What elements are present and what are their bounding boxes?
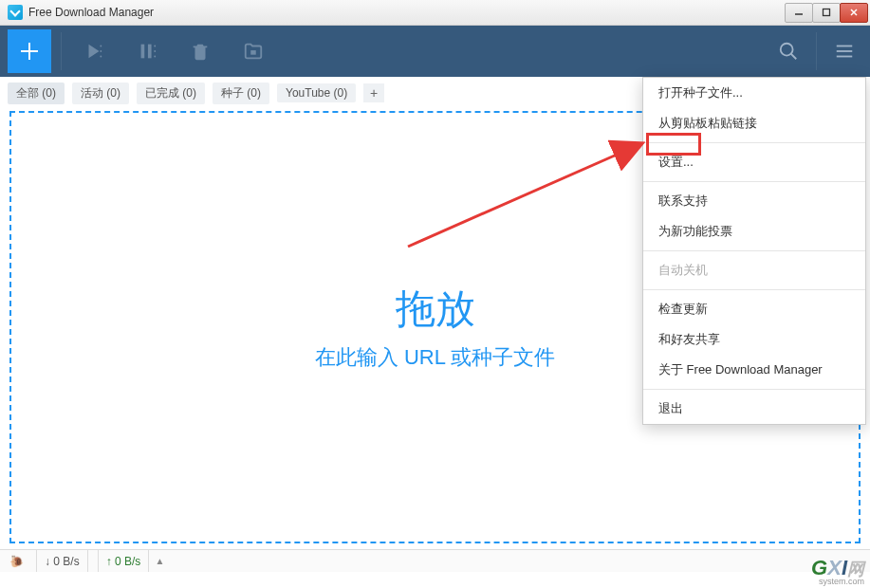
delete-button[interactable] [174,29,227,73]
search-button[interactable] [767,29,810,73]
pause-button[interactable] [120,29,174,73]
maximize-button[interactable] [812,3,841,23]
window-controls [786,3,868,23]
menu-separator [643,142,865,143]
svg-rect-7 [141,45,145,59]
menu-contact[interactable]: 联系支持 [643,186,865,216]
menu-check-update[interactable]: 检查更新 [643,294,865,324]
svg-line-14 [791,54,797,60]
snail-icon[interactable]: 🐌 [6,555,27,568]
tab-youtube[interactable]: YouTube (0) [277,83,356,102]
menu-auto-shutdown: 自动关机 [643,255,865,285]
toolbar [0,26,870,77]
svg-point-5 [100,50,102,52]
tab-active[interactable]: 活动 (0) [72,83,129,104]
statusbar: 🐌 ↓ 0 B/s ↑ 0 B/s ▲ [0,549,870,572]
tab-done[interactable]: 已完成 (0) [137,83,205,104]
upload-speed: ↑ 0 B/s [98,550,150,572]
window-title: Free Download Manager [28,6,154,19]
svg-rect-12 [250,50,256,55]
drop-title: 拖放 [396,283,475,336]
menu-separator [643,289,865,290]
minimize-button[interactable] [785,3,813,23]
svg-point-6 [100,56,102,58]
menu-exit[interactable]: 退出 [643,394,865,424]
main-menu: 打开种子文件... 从剪贴板粘贴链接 设置... 联系支持 为新功能投票 自动关… [642,77,866,425]
menu-about[interactable]: 关于 Free Download Manager [643,355,865,385]
menu-settings[interactable]: 设置... [643,147,865,177]
titlebar: Free Download Manager [0,0,870,26]
download-speed: ↓ 0 B/s [36,550,88,572]
chevron-up-icon[interactable]: ▲ [155,556,164,566]
add-button[interactable] [8,29,51,73]
app-icon [8,5,23,20]
svg-rect-1 [824,9,830,16]
menu-button[interactable] [823,29,866,73]
tab-seed[interactable]: 种子 (0) [213,83,269,104]
menu-open-seed[interactable]: 打开种子文件... [643,78,865,108]
svg-point-9 [154,46,156,47]
svg-rect-8 [148,45,152,59]
play-button[interactable] [67,29,120,73]
menu-vote[interactable]: 为新功能投票 [643,216,865,247]
close-button[interactable] [840,3,868,23]
watermark: GXI网 system.com [811,556,864,586]
menu-separator [643,250,865,251]
add-tab-button[interactable]: + [363,83,384,102]
tab-all[interactable]: 全部 (0) [8,83,65,104]
menu-paste-clipboard[interactable]: 从剪贴板粘贴链接 [643,108,865,138]
svg-point-13 [781,44,793,56]
menu-separator [643,389,865,390]
separator [61,32,62,70]
drop-subtitle: 在此输入 URL 或种子文件 [315,343,555,372]
svg-point-11 [154,56,156,58]
folder-button[interactable] [227,29,280,73]
separator [816,32,817,70]
svg-point-10 [154,50,156,52]
menu-share[interactable]: 和好友共享 [643,324,865,355]
menu-separator [643,181,865,182]
svg-point-4 [100,46,102,47]
